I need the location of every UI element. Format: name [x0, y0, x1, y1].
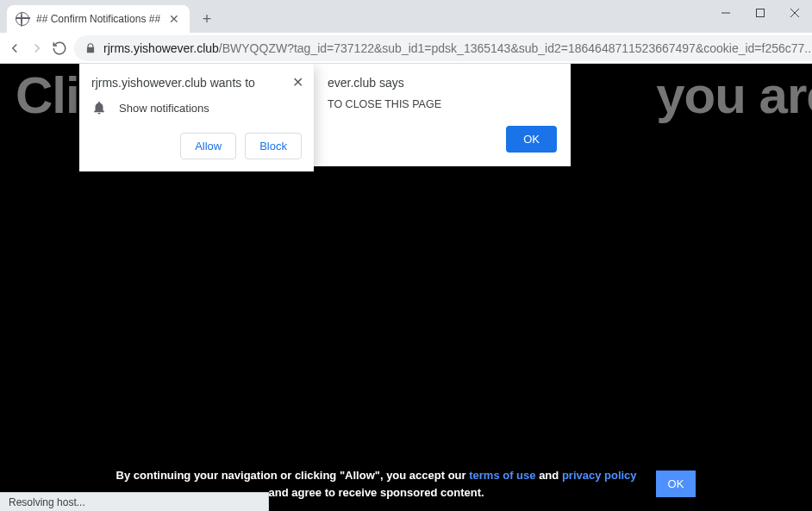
- close-tab-icon[interactable]: ✕: [167, 12, 181, 26]
- maximize-button[interactable]: [743, 0, 778, 26]
- forward-button[interactable]: [29, 36, 45, 60]
- svg-rect-1: [757, 9, 765, 17]
- reload-button[interactable]: [52, 36, 67, 60]
- privacy-link[interactable]: privacy policy: [562, 469, 637, 482]
- titlebar: ## Confirm Notifications ## ✕ +: [0, 0, 812, 33]
- terms-link[interactable]: terms of use: [469, 469, 535, 482]
- headline-right: you are not: [643, 66, 813, 124]
- notification-permission-dialog: ✕ rjrms.yishowever.club wants to Show no…: [79, 64, 314, 171]
- consent-and: and: [536, 469, 562, 482]
- alert-origin: ever.club says: [328, 76, 557, 90]
- tab-title: ## Confirm Notifications ##: [36, 13, 160, 25]
- alert-message: TO CLOSE THIS PAGE: [328, 98, 557, 110]
- url-path: /BWYQQZW?tag_id=737122&sub_id1=pdsk_1365…: [219, 41, 812, 55]
- url-text: rjrms.yishowever.club/BWYQQZW?tag_id=737…: [103, 41, 812, 55]
- consent-ok-button[interactable]: OK: [656, 470, 696, 497]
- js-alert-dialog: ever.club says TO CLOSE THIS PAGE OK: [314, 64, 571, 166]
- block-button[interactable]: Block: [245, 133, 302, 159]
- address-bar[interactable]: rjrms.yishowever.club/BWYQQZW?tag_id=737…: [74, 35, 812, 61]
- url-host: rjrms.yishowever.club: [103, 41, 219, 55]
- page-content: Click Allow to confirm that you are not …: [0, 64, 812, 511]
- window-controls: [709, 0, 812, 26]
- status-text: Resolving host...: [9, 496, 85, 508]
- globe-icon: [16, 12, 29, 26]
- toolbar: rjrms.yishowever.club/BWYQQZW?tag_id=737…: [0, 33, 812, 64]
- notif-origin: rjrms.yishowever.club wants to: [79, 64, 314, 97]
- new-tab-button[interactable]: +: [195, 7, 219, 31]
- tabs-row: ## Confirm Notifications ## ✕ +: [0, 0, 219, 33]
- status-bar: Resolving host...: [0, 492, 269, 511]
- browser-tab[interactable]: ## Confirm Notifications ## ✕: [7, 5, 190, 33]
- consent-line2: and agree to receive sponsored content.: [269, 486, 484, 499]
- dialog-close-icon[interactable]: ✕: [289, 71, 307, 94]
- close-window-button[interactable]: [778, 0, 812, 26]
- allow-button[interactable]: Allow: [180, 133, 236, 159]
- alert-ok-button[interactable]: OK: [506, 126, 557, 153]
- lock-icon: [84, 42, 97, 54]
- bell-icon: [91, 100, 107, 115]
- minimize-button[interactable]: [709, 0, 743, 26]
- consent-line1a: By continuing your navigation or clickin…: [116, 469, 470, 482]
- back-button[interactable]: [7, 36, 22, 60]
- notif-body-text: Show notifications: [119, 102, 209, 115]
